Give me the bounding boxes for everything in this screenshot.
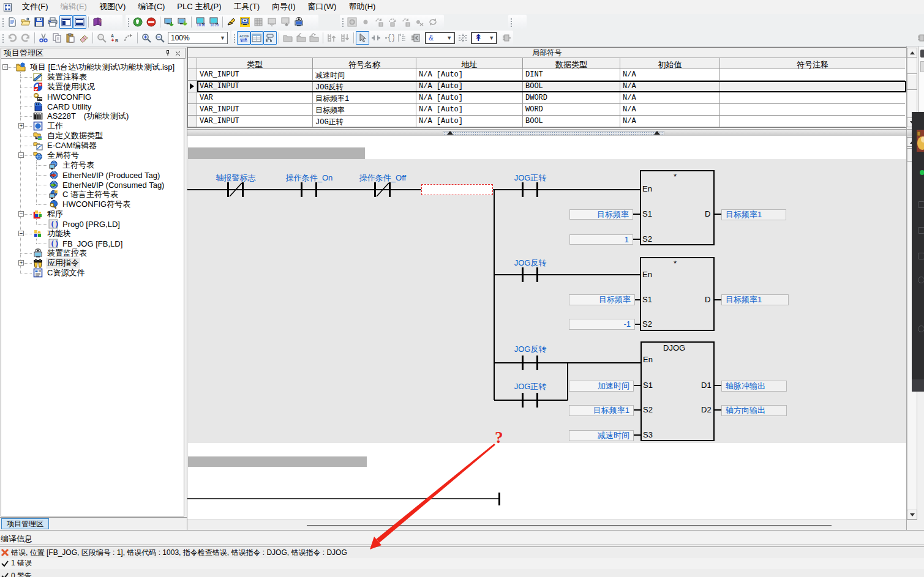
cell-datatype[interactable]: BOOL xyxy=(523,116,620,127)
tree-item-app-instructions[interactable]: 应用指令 xyxy=(33,258,80,268)
toolbar-drag-handle[interactable] xyxy=(1,33,4,43)
tree-item-prog0[interactable]: Prog0 [PRG,LD] xyxy=(48,219,121,229)
operand-output[interactable]: 轴方向输出 xyxy=(721,405,787,416)
operand-input[interactable]: 减速时间 xyxy=(569,430,634,441)
operand-output[interactable]: 轴脉冲输出 xyxy=(721,381,787,392)
menu-tools[interactable]: 工具(T) xyxy=(228,0,266,15)
help-book-button[interactable] xyxy=(91,15,104,29)
splitter-collapse-icon[interactable] xyxy=(654,131,660,135)
contact-label[interactable]: 操作条件_On xyxy=(286,173,333,184)
logic-operator-select[interactable]: & ▼ xyxy=(425,32,455,44)
operand-input[interactable]: 加速时间 xyxy=(569,381,634,392)
folder-button[interactable] xyxy=(281,31,295,45)
tree-item-device-usage[interactable]: 装置使用状况 xyxy=(33,82,96,92)
pin-panel-button[interactable] xyxy=(163,49,173,58)
symbol-row[interactable]: VAR_INPUT 减速时间 N/A [Auto] DINT N/A xyxy=(188,69,906,81)
redo-button[interactable] xyxy=(19,31,32,45)
tree-item-ecam-editor[interactable]: E-CAM编辑器 xyxy=(33,141,98,151)
cell-datatype[interactable]: BOOL xyxy=(523,81,620,92)
menu-help[interactable]: 帮助(H) xyxy=(342,0,381,15)
toggle-output-panel-button[interactable] xyxy=(73,15,86,29)
toolbar-drag-handle[interactable] xyxy=(1,17,4,27)
cell-address[interactable]: N/A [Auto] xyxy=(416,69,523,81)
new-file-button[interactable] xyxy=(6,15,19,29)
symbol-row-selected[interactable]: VAR_INPUT JOG反转 N/A [Auto] BOOL N/A xyxy=(188,81,906,92)
tree-item-device-comment[interactable]: 装置注释表 xyxy=(33,72,88,82)
tree-item-hwconfig-symbols[interactable]: HWCONFIG符号表 xyxy=(48,199,132,209)
symbol-row[interactable]: VAR_INPUT JOG正转 N/A [Auto] BOOL N/A xyxy=(188,116,906,127)
chat-sidebar-icon[interactable] xyxy=(918,326,924,332)
hscrollbar-thumb[interactable] xyxy=(307,525,832,526)
cell-initial[interactable]: N/A xyxy=(620,92,720,104)
ladder-editor[interactable]: 轴报警标志 操作条件_On 操作条件_Off JOG正转 JOG反转 JOG反转… xyxy=(187,136,907,519)
upload-button[interactable] xyxy=(162,15,176,29)
step-over-button[interactable] xyxy=(372,15,386,29)
cell-address[interactable]: N/A [Auto] xyxy=(416,92,523,104)
cell-address[interactable]: N/A [Auto] xyxy=(416,104,523,116)
tree-item-project[interactable]: 项目 [E:\台达\功能块测试\功能块测试.isp] xyxy=(16,62,176,72)
tree-item-card-utility[interactable]: CARD Utility xyxy=(33,102,92,111)
close-panel-button[interactable] xyxy=(173,49,182,58)
splitter-collapse-icon[interactable] xyxy=(447,131,453,135)
cell-comment[interactable] xyxy=(720,116,905,127)
edit-mode-button[interactable] xyxy=(225,15,238,29)
zoom-dropdown-arrow[interactable]: ▼ xyxy=(218,32,227,43)
block-title[interactable]: DJOG xyxy=(663,343,685,352)
copy-button[interactable] xyxy=(50,31,64,45)
error-count-row[interactable]: 1 错误 xyxy=(0,558,924,568)
column-header-type[interactable]: 类型 xyxy=(197,58,313,69)
expand-toggle-project[interactable]: − xyxy=(2,64,8,70)
edge-dropdown-arrow[interactable]: ▼ xyxy=(487,33,496,43)
cell-type[interactable]: VAR_INPUT xyxy=(197,104,313,116)
menu-window[interactable]: 窗口(W) xyxy=(301,0,342,15)
insert-network-above-button[interactable] xyxy=(325,31,339,45)
expand-toggle-app-instructions[interactable]: + xyxy=(18,260,24,266)
selection-tool-button[interactable] xyxy=(356,31,369,45)
insert-contact-button[interactable] xyxy=(369,31,383,45)
cell-comment[interactable] xyxy=(720,92,905,104)
expand-toggle-tasks[interactable]: + xyxy=(18,123,24,128)
column-header-initial[interactable]: 初始值 xyxy=(620,58,720,69)
horizontal-splitter[interactable] xyxy=(187,129,912,136)
cell-name[interactable]: 目标频率1 xyxy=(313,92,416,104)
step-into-button[interactable] xyxy=(386,15,399,29)
cell-initial[interactable]: N/A xyxy=(620,81,720,92)
zoom-in-button[interactable] xyxy=(140,31,153,45)
error-message-text[interactable]: 错误, 位置 [FB_JOG, 区段编号 : 1], 错误代码 : 1003, … xyxy=(11,548,347,558)
scrollbar-thumb[interactable] xyxy=(907,73,917,90)
stop-button[interactable] xyxy=(145,15,158,29)
cut-button[interactable] xyxy=(37,31,50,45)
column-header-datatype[interactable]: 数据类型 xyxy=(523,58,620,69)
folder-export-button[interactable] xyxy=(307,31,321,45)
open-file-button[interactable] xyxy=(19,15,32,29)
cell-datatype[interactable]: DWORD xyxy=(523,92,620,104)
watch-button[interactable] xyxy=(292,15,306,29)
tree-item-ethernet-produced[interactable]: EtherNet/IP (Produced Tag) xyxy=(48,170,161,180)
set-true-button[interactable] xyxy=(265,15,279,29)
operand-input[interactable]: 目标频率1 xyxy=(569,405,634,416)
tree-item-device-monitor[interactable]: 装置监控表 xyxy=(33,248,88,258)
cell-initial[interactable]: N/A xyxy=(620,116,720,127)
scroll-down-button[interactable] xyxy=(907,510,917,519)
toggle-project-panel-button[interactable] xyxy=(59,15,73,29)
cell-name[interactable]: JOG反转 xyxy=(313,81,416,92)
menu-edit[interactable]: 编辑(E) xyxy=(54,0,93,15)
simulator-button[interactable] xyxy=(345,15,359,29)
contact-label[interactable]: JOG反转 xyxy=(514,258,547,269)
scroll-up-button[interactable] xyxy=(907,48,917,58)
cell-datatype[interactable]: DINT xyxy=(523,69,620,81)
menu-file[interactable]: 文件(F) xyxy=(16,0,54,15)
cell-type[interactable]: VAR xyxy=(197,92,313,104)
expand-toggle-programs[interactable]: − xyxy=(18,211,24,217)
block-title[interactable]: * xyxy=(674,172,677,181)
tree-item-programs[interactable]: 程序 xyxy=(33,209,64,219)
insert-instruction-button[interactable] xyxy=(396,31,410,45)
insert-fb-button[interactable] xyxy=(409,31,423,45)
cell-name[interactable]: 目标频率 xyxy=(313,104,416,116)
insert-coil-button[interactable] xyxy=(383,31,396,45)
toolbar-overflow-button[interactable] xyxy=(915,31,924,45)
contact-label[interactable]: 操作条件_Off xyxy=(359,173,406,184)
zoom-level-select[interactable]: 100% ▼ xyxy=(168,32,228,44)
contact-label[interactable]: JOG正转 xyxy=(514,381,547,392)
delete-button[interactable] xyxy=(77,31,91,45)
